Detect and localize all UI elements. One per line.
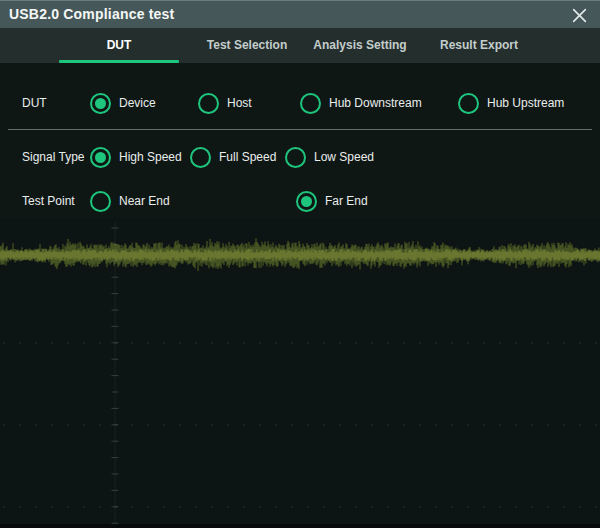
usb-compliance-dialog: USB2.0 Compliance test DUT Test Selectio… bbox=[0, 0, 600, 218]
radio-option-high-speed[interactable]: High Speed bbox=[90, 143, 182, 171]
tab-test-selection-label: Test Selection bbox=[207, 38, 287, 52]
radio-label: Hub Downstream bbox=[329, 96, 422, 110]
radio-icon bbox=[285, 147, 306, 168]
scope-display bbox=[0, 218, 600, 528]
radio-option-full-speed[interactable]: Full Speed bbox=[190, 143, 276, 171]
test-point-row: Test Point Near End Far End bbox=[0, 187, 600, 215]
radio-label: Device bbox=[119, 96, 156, 110]
radio-label: Host bbox=[227, 96, 252, 110]
radio-option-device[interactable]: Device bbox=[90, 89, 156, 117]
signal-type-row-label: Signal Type bbox=[22, 143, 85, 171]
signal-type-row: Signal Type High Speed Full Speed Low Sp… bbox=[0, 143, 600, 171]
radio-icon bbox=[296, 191, 317, 212]
radio-icon bbox=[90, 191, 111, 212]
test-point-row-label: Test Point bbox=[22, 187, 75, 215]
section-divider bbox=[8, 129, 592, 130]
radio-icon bbox=[90, 147, 111, 168]
radio-label: Near End bbox=[119, 194, 170, 208]
radio-icon bbox=[190, 147, 211, 168]
tab-test-selection[interactable]: Test Selection bbox=[187, 28, 307, 63]
tab-dut-label: DUT bbox=[107, 38, 132, 52]
tab-analysis-setting[interactable]: Analysis Setting bbox=[300, 28, 420, 63]
dialog-titlebar: USB2.0 Compliance test bbox=[0, 0, 600, 28]
radio-option-low-speed[interactable]: Low Speed bbox=[285, 143, 374, 171]
radio-option-host[interactable]: Host bbox=[198, 89, 252, 117]
tab-result-export[interactable]: Result Export bbox=[419, 28, 539, 63]
radio-option-near-end[interactable]: Near End bbox=[90, 187, 170, 215]
screen-bottom-edge bbox=[0, 524, 600, 528]
close-icon bbox=[571, 7, 588, 24]
radio-label: Far End bbox=[325, 194, 368, 208]
tab-bar: DUT Test Selection Analysis Setting Resu… bbox=[0, 28, 600, 63]
radio-icon bbox=[458, 93, 479, 114]
radio-label: Full Speed bbox=[219, 150, 276, 164]
tab-result-export-label: Result Export bbox=[440, 38, 518, 52]
dut-row: DUT Device Host Hub Downstream Hub Upstr… bbox=[0, 89, 600, 117]
waveform-trace bbox=[0, 218, 600, 528]
radio-option-far-end[interactable]: Far End bbox=[296, 187, 368, 215]
oscilloscope-screen: USB2.0 Compliance test DUT Test Selectio… bbox=[0, 0, 600, 528]
radio-label: Hub Upstream bbox=[487, 96, 564, 110]
tab-analysis-setting-label: Analysis Setting bbox=[313, 38, 406, 52]
radio-icon bbox=[198, 93, 219, 114]
dialog-title: USB2.0 Compliance test bbox=[9, 1, 174, 28]
radio-option-hub-upstream[interactable]: Hub Upstream bbox=[458, 89, 564, 117]
tab-dut[interactable]: DUT bbox=[59, 28, 179, 63]
dut-row-label: DUT bbox=[22, 89, 47, 117]
radio-option-hub-downstream[interactable]: Hub Downstream bbox=[300, 89, 422, 117]
radio-icon bbox=[300, 93, 321, 114]
close-button[interactable] bbox=[562, 1, 596, 29]
radio-label: Low Speed bbox=[314, 150, 374, 164]
radio-label: High Speed bbox=[119, 150, 182, 164]
radio-icon bbox=[90, 93, 111, 114]
